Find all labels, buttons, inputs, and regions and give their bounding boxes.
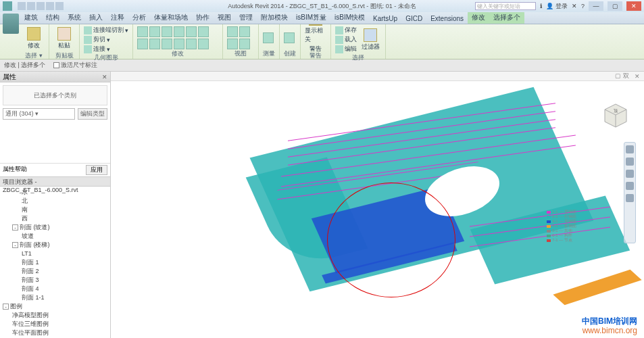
tab-select-multiple[interactable]: 选择多个: [489, 11, 524, 24]
lookat-icon[interactable]: [626, 194, 634, 202]
tab-massing[interactable]: 体量和场地: [150, 11, 192, 24]
tab-isbim-qty[interactable]: isBIM算量: [292, 11, 330, 24]
cut-geom-button[interactable]: 剪切 ▾: [84, 35, 128, 44]
properties-help-link[interactable]: 属性帮助: [3, 165, 27, 175]
scale-icon[interactable]: [174, 39, 184, 49]
tree-node[interactable]: 净高模型图例: [3, 311, 110, 320]
tab-collaborate[interactable]: 协作: [192, 11, 214, 24]
tree-node[interactable]: 南: [3, 206, 110, 214]
tree-node[interactable]: LT1: [3, 249, 110, 258]
tab-kartsup[interactable]: KartsUp: [369, 14, 401, 24]
window-minimize-button[interactable]: —: [589, 1, 603, 11]
view-tool2-icon[interactable]: [239, 26, 250, 37]
copy-icon[interactable]: [186, 26, 197, 37]
window-close-button[interactable]: ✕: [626, 1, 641, 11]
help-search-input[interactable]: 键入关键字或短语: [475, 2, 536, 10]
view-cube[interactable]: 顶: [601, 101, 630, 131]
help-icon[interactable]: ?: [581, 3, 585, 9]
tree-node[interactable]: -剖面 (坡道): [3, 223, 110, 232]
join-geom-button[interactable]: 连接 ▾: [84, 45, 128, 53]
tree-node[interactable]: 坡道: [3, 232, 110, 241]
watermark: 中国BIM培训网 www.bimcn.org: [582, 316, 637, 335]
align-icon[interactable]: [137, 26, 148, 37]
tab-gicd[interactable]: GICD: [401, 14, 426, 24]
tab-structure[interactable]: 结构: [42, 11, 64, 24]
trim-icon[interactable]: [137, 39, 148, 49]
modify-button[interactable]: 修改: [23, 26, 45, 51]
pan-icon[interactable]: [626, 158, 634, 166]
move-icon[interactable]: [174, 26, 184, 37]
tab-manage[interactable]: 管理: [235, 11, 257, 24]
array-icon[interactable]: [162, 39, 172, 49]
cope-button[interactable]: 连接端切割 ▾: [84, 26, 128, 34]
pin-icon[interactable]: [186, 39, 197, 49]
app-icon: [3, 1, 12, 11]
offset-icon[interactable]: [149, 26, 160, 37]
tab-view[interactable]: 视图: [214, 11, 235, 24]
tab-insert[interactable]: 插入: [85, 11, 107, 24]
tab-addins[interactable]: 附加模块: [257, 11, 292, 24]
qat-redo-icon[interactable]: [46, 2, 54, 10]
tab-isbim-model[interactable]: isBIM快模: [330, 11, 369, 24]
view-tool-icon[interactable]: [227, 26, 238, 37]
orbit-icon[interactable]: [626, 182, 634, 190]
create-icon[interactable]: [284, 32, 295, 43]
filter-button[interactable]: 过滤器: [360, 27, 381, 53]
qat-undo-icon[interactable]: [36, 2, 45, 10]
show-related-button[interactable]: 显示相关警告: [305, 26, 326, 51]
signin-button[interactable]: 👤 登录: [546, 2, 568, 11]
paste-button[interactable]: 粘贴: [53, 26, 75, 51]
edit-sel-button[interactable]: 编辑: [335, 45, 357, 53]
tree-node[interactable]: 北: [3, 197, 110, 206]
properties-selection-info: 已选择多个类别: [3, 85, 107, 105]
tree-node[interactable]: -剖面 (楼梯): [3, 241, 110, 249]
load-sel-button[interactable]: 载入: [335, 35, 357, 44]
qat-save-icon[interactable]: [27, 2, 35, 10]
panel-title-view: 视图: [227, 49, 254, 59]
tab-analyze[interactable]: 分析: [128, 11, 150, 24]
edit-type-button[interactable]: 编辑类型: [78, 108, 107, 120]
view-tool3-icon[interactable]: [227, 39, 238, 49]
qat-print-icon[interactable]: [55, 2, 64, 10]
tree-node[interactable]: -图例: [3, 302, 110, 311]
properties-apply-button[interactable]: 应用: [86, 165, 107, 175]
type-selector[interactable]: 通用 (304) ▾: [3, 108, 75, 120]
exchange-icon[interactable]: ✕: [572, 3, 577, 9]
tree-node[interactable]: 西: [3, 214, 110, 223]
steering-wheel-icon[interactable]: [626, 145, 634, 153]
rotate-icon[interactable]: [198, 26, 209, 37]
mirror-icon[interactable]: [162, 26, 172, 37]
tree-node[interactable]: 车位平面图例: [3, 329, 110, 337]
split-icon[interactable]: [149, 39, 160, 49]
project-browser: 项目浏览器 - ZBGC_ST_B1_-6.000_S.rvt 东北南西-剖面 …: [0, 177, 110, 338]
tree-node[interactable]: 剖面 1-1: [3, 293, 110, 302]
zoom-icon[interactable]: [626, 170, 634, 178]
window-maximize-button[interactable]: ▢: [608, 1, 622, 11]
tab-modify[interactable]: 修改: [468, 11, 489, 24]
navigation-bar[interactable]: [624, 142, 636, 243]
delete-icon[interactable]: [198, 39, 209, 49]
tree-node[interactable]: 剖面 3: [3, 276, 110, 285]
tree-node[interactable]: 剖面 2: [3, 267, 110, 276]
drawing-canvas[interactable]: ▢ 双 ✕: [111, 72, 644, 338]
save-sel-button[interactable]: 保存: [335, 26, 357, 34]
application-menu-button[interactable]: [3, 14, 19, 34]
qat-open-icon[interactable]: [18, 2, 26, 10]
tab-extensions[interactable]: Extensions: [426, 14, 468, 24]
panel-title-create: 创建: [284, 49, 296, 59]
tab-architecture[interactable]: 建筑: [20, 11, 42, 24]
tab-systems[interactable]: 系统: [64, 11, 85, 24]
tab-annotate[interactable]: 注释: [107, 11, 128, 24]
measure-icon[interactable]: [263, 32, 274, 43]
infocenter-icon[interactable]: ℹ: [540, 3, 542, 9]
view-tool4-icon[interactable]: [239, 39, 250, 49]
tree-node[interactable]: 剖面 1: [3, 258, 110, 267]
tree-node[interactable]: 车位三维图例: [3, 320, 110, 329]
activate-dims-checkbox[interactable]: 激活尺寸标注: [53, 61, 97, 70]
tree-node[interactable]: 剖面 4: [3, 285, 110, 293]
quick-access-toolbar[interactable]: [18, 2, 64, 10]
view-close-icon[interactable]: ✕: [635, 73, 640, 80]
properties-close-icon[interactable]: ✕: [102, 74, 107, 80]
view-restore-icon[interactable]: ▢ 双: [615, 72, 629, 80]
3d-model[interactable]: [226, 88, 618, 318]
